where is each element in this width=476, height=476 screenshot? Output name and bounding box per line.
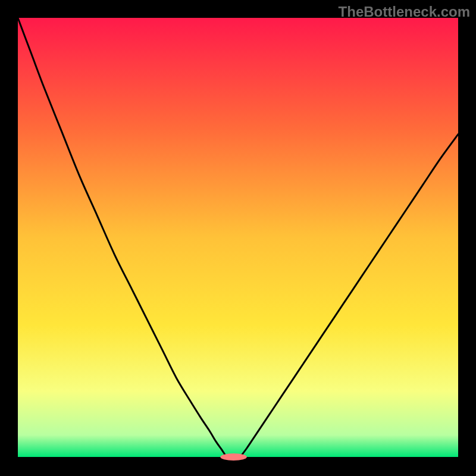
chart-frame: { "watermark": { "text": "TheBottleneck.… [0, 0, 476, 476]
optimum-marker [220, 453, 246, 461]
watermark-text: TheBottleneck.com [339, 4, 470, 20]
plot-background [18, 18, 458, 457]
bottleneck-chart [0, 0, 476, 476]
